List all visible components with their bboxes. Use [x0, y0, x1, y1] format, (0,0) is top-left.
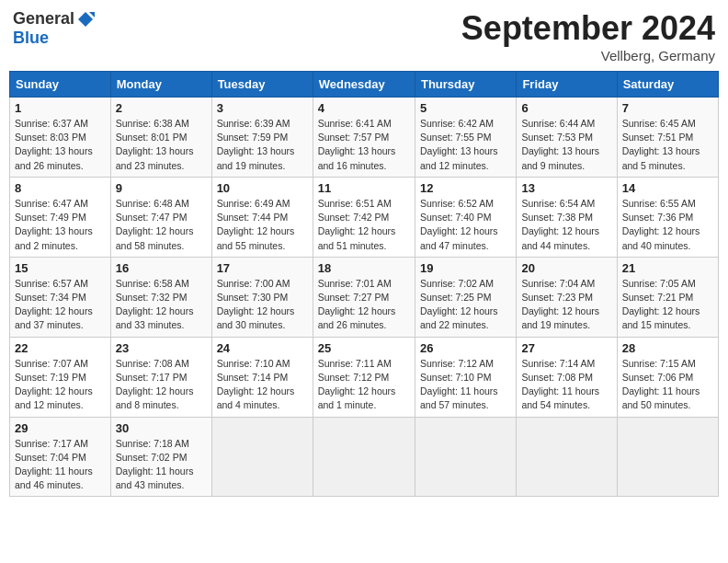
day-number: 26 [420, 341, 511, 355]
month-title: September 2024 [461, 9, 715, 48]
day-number: 10 [217, 181, 308, 195]
calendar-week-row: 29Sunrise: 7:17 AMSunset: 7:04 PMDayligh… [10, 417, 719, 497]
day-number: 7 [622, 101, 713, 115]
table-row: 21Sunrise: 7:05 AMSunset: 7:21 PMDayligh… [617, 257, 718, 337]
cell-content: Sunrise: 7:02 AMSunset: 7:25 PMDaylight:… [420, 277, 511, 333]
day-number: 11 [318, 181, 410, 195]
cell-content: Sunrise: 7:05 AMSunset: 7:21 PMDaylight:… [622, 277, 713, 333]
logo-general-text: General [13, 9, 74, 29]
cell-content: Sunrise: 6:41 AMSunset: 7:57 PMDaylight:… [318, 117, 410, 173]
cell-content: Sunrise: 7:01 AMSunset: 7:27 PMDaylight:… [318, 277, 410, 333]
table-row: 18Sunrise: 7:01 AMSunset: 7:27 PMDayligh… [313, 257, 415, 337]
day-number: 13 [521, 181, 611, 195]
table-row: 24Sunrise: 7:10 AMSunset: 7:14 PMDayligh… [211, 337, 313, 417]
cell-content: Sunrise: 7:11 AMSunset: 7:12 PMDaylight:… [318, 357, 410, 413]
table-row: 28Sunrise: 7:15 AMSunset: 7:06 PMDayligh… [617, 337, 718, 417]
day-number: 2 [116, 101, 207, 115]
cell-content: Sunrise: 6:51 AMSunset: 7:42 PMDaylight:… [318, 197, 410, 253]
cell-content: Sunrise: 6:57 AMSunset: 7:34 PMDaylight:… [15, 277, 106, 333]
cell-content: Sunrise: 6:55 AMSunset: 7:36 PMDaylight:… [622, 197, 713, 253]
calendar-table: Sunday Monday Tuesday Wednesday Thursday… [9, 71, 719, 497]
calendar-header-row: Sunday Monday Tuesday Wednesday Thursday… [10, 72, 719, 98]
table-row [211, 417, 313, 497]
cell-content: Sunrise: 7:18 AMSunset: 7:02 PMDaylight:… [116, 437, 207, 493]
svg-marker-0 [78, 12, 93, 27]
day-number: 16 [116, 261, 207, 275]
calendar-week-row: 1Sunrise: 6:37 AMSunset: 8:03 PMDaylight… [10, 98, 719, 178]
table-row: 10Sunrise: 6:49 AMSunset: 7:44 PMDayligh… [211, 177, 313, 257]
cell-content: Sunrise: 7:12 AMSunset: 7:10 PMDaylight:… [420, 357, 511, 413]
day-number: 18 [318, 261, 410, 275]
cell-content: Sunrise: 6:58 AMSunset: 7:32 PMDaylight:… [116, 277, 207, 333]
location-text: Vellberg, Germany [461, 48, 715, 63]
table-row: 3Sunrise: 6:39 AMSunset: 7:59 PMDaylight… [211, 98, 313, 178]
table-row: 30Sunrise: 7:18 AMSunset: 7:02 PMDayligh… [110, 417, 211, 497]
cell-content: Sunrise: 6:47 AMSunset: 7:49 PMDaylight:… [15, 197, 106, 253]
logo-icon [76, 10, 95, 29]
table-row [415, 417, 516, 497]
table-row: 22Sunrise: 7:07 AMSunset: 7:19 PMDayligh… [10, 337, 111, 417]
table-row: 15Sunrise: 6:57 AMSunset: 7:34 PMDayligh… [10, 257, 111, 337]
day-number: 4 [318, 101, 410, 115]
table-row: 27Sunrise: 7:14 AMSunset: 7:08 PMDayligh… [517, 337, 617, 417]
table-row: 14Sunrise: 6:55 AMSunset: 7:36 PMDayligh… [617, 177, 718, 257]
day-number: 12 [420, 181, 511, 195]
logo-blue-text: Blue [13, 29, 49, 48]
calendar-week-row: 15Sunrise: 6:57 AMSunset: 7:34 PMDayligh… [10, 257, 719, 337]
col-thursday: Thursday [415, 72, 516, 98]
table-row: 2Sunrise: 6:38 AMSunset: 8:01 PMDaylight… [110, 98, 211, 178]
cell-content: Sunrise: 6:54 AMSunset: 7:38 PMDaylight:… [521, 197, 611, 253]
table-row: 6Sunrise: 6:44 AMSunset: 7:53 PMDaylight… [517, 98, 617, 178]
calendar-week-row: 8Sunrise: 6:47 AMSunset: 7:49 PMDaylight… [10, 177, 719, 257]
cell-content: Sunrise: 7:17 AMSunset: 7:04 PMDaylight:… [15, 437, 106, 493]
table-row: 17Sunrise: 7:00 AMSunset: 7:30 PMDayligh… [211, 257, 313, 337]
cell-content: Sunrise: 7:00 AMSunset: 7:30 PMDaylight:… [217, 277, 308, 333]
day-number: 28 [622, 341, 713, 355]
logo: General Blue [13, 9, 95, 48]
day-number: 17 [217, 261, 308, 275]
cell-content: Sunrise: 6:48 AMSunset: 7:47 PMDaylight:… [116, 197, 207, 253]
cell-content: Sunrise: 7:10 AMSunset: 7:14 PMDaylight:… [217, 357, 308, 413]
cell-content: Sunrise: 6:39 AMSunset: 7:59 PMDaylight:… [217, 117, 308, 173]
cell-content: Sunrise: 7:04 AMSunset: 7:23 PMDaylight:… [521, 277, 611, 333]
day-number: 1 [15, 101, 106, 115]
table-row: 26Sunrise: 7:12 AMSunset: 7:10 PMDayligh… [415, 337, 516, 417]
page-header: General Blue September 2024 Vellberg, Ge… [9, 9, 719, 63]
cell-content: Sunrise: 6:45 AMSunset: 7:51 PMDaylight:… [622, 117, 713, 173]
table-row: 7Sunrise: 6:45 AMSunset: 7:51 PMDaylight… [617, 98, 718, 178]
day-number: 22 [15, 341, 106, 355]
day-number: 20 [521, 261, 611, 275]
day-number: 3 [217, 101, 308, 115]
table-row: 4Sunrise: 6:41 AMSunset: 7:57 PMDaylight… [313, 98, 415, 178]
calendar-week-row: 22Sunrise: 7:07 AMSunset: 7:19 PMDayligh… [10, 337, 719, 417]
day-number: 5 [420, 101, 511, 115]
table-row: 29Sunrise: 7:17 AMSunset: 7:04 PMDayligh… [10, 417, 111, 497]
table-row: 16Sunrise: 6:58 AMSunset: 7:32 PMDayligh… [110, 257, 211, 337]
cell-content: Sunrise: 7:15 AMSunset: 7:06 PMDaylight:… [622, 357, 713, 413]
day-number: 29 [15, 421, 106, 435]
cell-content: Sunrise: 7:08 AMSunset: 7:17 PMDaylight:… [116, 357, 207, 413]
table-row: 1Sunrise: 6:37 AMSunset: 8:03 PMDaylight… [10, 98, 111, 178]
col-saturday: Saturday [617, 72, 718, 98]
day-number: 14 [622, 181, 713, 195]
day-number: 21 [622, 261, 713, 275]
cell-content: Sunrise: 6:52 AMSunset: 7:40 PMDaylight:… [420, 197, 511, 253]
col-tuesday: Tuesday [211, 72, 313, 98]
col-wednesday: Wednesday [313, 72, 415, 98]
cell-content: Sunrise: 6:44 AMSunset: 7:53 PMDaylight:… [521, 117, 611, 173]
col-monday: Monday [110, 72, 211, 98]
table-row: 13Sunrise: 6:54 AMSunset: 7:38 PMDayligh… [517, 177, 617, 257]
cell-content: Sunrise: 7:07 AMSunset: 7:19 PMDaylight:… [15, 357, 106, 413]
table-row: 20Sunrise: 7:04 AMSunset: 7:23 PMDayligh… [517, 257, 617, 337]
day-number: 6 [521, 101, 611, 115]
table-row: 11Sunrise: 6:51 AMSunset: 7:42 PMDayligh… [313, 177, 415, 257]
day-number: 24 [217, 341, 308, 355]
day-number: 23 [116, 341, 207, 355]
day-number: 15 [15, 261, 106, 275]
cell-content: Sunrise: 6:49 AMSunset: 7:44 PMDaylight:… [217, 197, 308, 253]
day-number: 30 [116, 421, 207, 435]
table-row: 23Sunrise: 7:08 AMSunset: 7:17 PMDayligh… [110, 337, 211, 417]
table-row: 12Sunrise: 6:52 AMSunset: 7:40 PMDayligh… [415, 177, 516, 257]
table-row: 5Sunrise: 6:42 AMSunset: 7:55 PMDaylight… [415, 98, 516, 178]
day-number: 19 [420, 261, 511, 275]
